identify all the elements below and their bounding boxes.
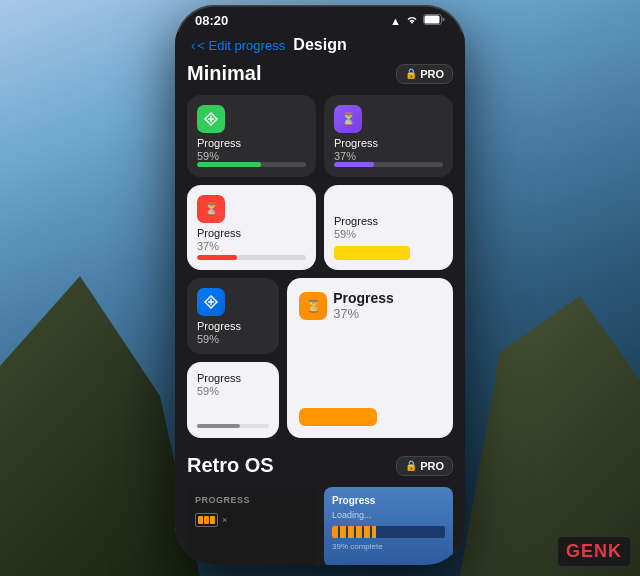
retro-dark-title: PROGRESS [195,495,308,505]
widget-value-1: 59% [197,150,306,162]
widget-label-3: Progress [197,227,306,240]
hourglass-orange-icon: ⏳ [306,299,321,313]
widget-icon-blue [197,288,225,316]
signal-icon: ▲ [390,15,401,27]
batt-cell-1 [198,516,203,524]
yellow-progress-bar [334,246,410,260]
pro-badge-minimal: 🔒 PRO [396,64,453,84]
widget-progress-light-yellow[interactable]: Progress 59% [324,185,453,270]
progress-fill-3 [197,255,237,260]
widget-progress-bar-2 [334,162,443,167]
pro-badge-retro: 🔒 PRO [396,456,453,476]
section-title-retro: Retro OS [187,454,274,477]
retro-complete-text: 39% complete [332,542,445,551]
widget-progress-dark-green[interactable]: Progress 59% [187,95,316,177]
widget-value-5: 59% [197,333,269,345]
progress-fill-2 [334,162,374,167]
genk-text: GEN [566,541,608,561]
wifi-icon [405,15,419,27]
widget-icon-purple: ⏳ [334,105,362,133]
light-progress-bar [197,424,269,428]
section-header-minimal: Minimal 🔒 PRO [187,62,453,85]
widget-value-3: 37% [197,240,306,252]
scroll-content[interactable]: Minimal 🔒 PRO Pro [175,62,465,565]
widget-big-value: 37% [333,306,394,321]
widget-value-7: 59% [197,385,269,397]
widget-icon-orange: ⏳ [299,292,327,320]
widget-big-title: Progress [333,290,394,306]
widget-progress-bar-3 [197,255,306,260]
back-button[interactable]: ‹ < Edit progress [191,38,285,53]
section-title-minimal: Minimal [187,62,261,85]
chevron-left-icon: ‹ [191,38,195,53]
widget-value-4: 59% [334,228,443,240]
status-icons: ▲ [390,14,445,27]
genk-logo: GENK [558,537,630,566]
nav-title: Design [293,36,346,54]
hourglass-icon: ⏳ [341,112,356,126]
svg-rect-1 [425,16,440,24]
widget-big-header: ⏳ Progress 37% [299,290,441,321]
pro-label: PRO [420,68,444,80]
widget-progress-bar-1 [197,162,306,167]
status-bar: 08:20 ▲ [175,5,465,32]
widget-icon-green [197,105,225,133]
widget-label-4: Progress [334,215,443,228]
progress-fill-1 [197,162,261,167]
hourglass-red-icon: ⏳ [204,202,219,216]
minimal-section: Minimal 🔒 PRO Pro [187,62,453,438]
status-time: 08:20 [195,13,228,28]
light-fill [197,424,240,428]
widget-progress-light-small[interactable]: Progress 59% [187,362,279,438]
widget-label-7: Progress [197,372,269,385]
retro-widget-dark[interactable]: PROGRESS × [187,487,316,565]
retro-os-section: Retro OS 🔒 PRO PROGRESS [187,454,453,565]
battery-icon [423,14,445,27]
batt-label: × [222,515,227,525]
batt-cell-3 [210,516,215,524]
orange-progress-bar [299,408,377,426]
lock-icon: 🔒 [405,68,417,79]
widget-label-1: Progress [197,137,306,150]
retro-blue-title: Progress [332,495,445,506]
widget-progress-dark-blue[interactable]: Progress 59% [187,278,279,354]
back-label[interactable]: < Edit progress [197,38,285,53]
retro-progress-track [332,526,445,538]
section-header-retro: Retro OS 🔒 PRO [187,454,453,477]
genk-k: K [608,541,622,561]
retro-battery: × [195,513,308,527]
retro-widget-blue[interactable]: Progress Loading... 39% complete [324,487,453,565]
retro-widget-grid: PROGRESS × Progress Loading... [187,487,453,565]
retro-progress-fill [332,526,376,538]
batt-cell-2 [204,516,209,524]
widget-progress-light-red[interactable]: ⏳ Progress 37% [187,185,316,270]
battery-outer [195,513,218,527]
lock-icon-retro: 🔒 [405,460,417,471]
nav-bar: ‹ < Edit progress Design [175,32,465,62]
phone-frame: 08:20 ▲ ‹ < Edit progress Design [175,5,465,565]
retro-loading: Loading... [332,510,445,520]
widget-label-2: Progress [334,137,443,150]
widget-icon-red: ⏳ [197,195,225,223]
widget-value-2: 37% [334,150,443,162]
widget-label-5: Progress [197,320,269,333]
pro-label-retro: PRO [420,460,444,472]
widget-progress-dark-purple[interactable]: ⏳ Progress 37% [324,95,453,177]
widget-progress-big-light[interactable]: ⏳ Progress 37% [287,278,453,438]
